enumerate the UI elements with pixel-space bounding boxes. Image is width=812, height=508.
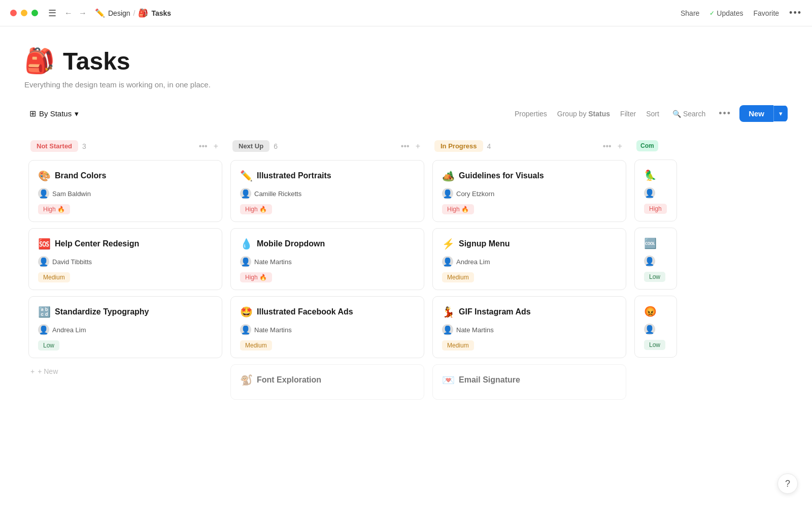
card-meta: 👤	[644, 256, 667, 267]
priority-badge: High	[644, 204, 667, 214]
card-emoji: 💧	[240, 238, 253, 250]
card-title: Email Signature	[459, 375, 520, 385]
card-emoji: 🎨	[38, 170, 51, 182]
card-illustrated-facebook-ads[interactable]: 🤩 Illustrated Facebook Ads 👤 Nate Martin…	[230, 296, 424, 358]
card-meta: 👤 Sam Baldwin	[38, 188, 213, 199]
card-title-row: 🆒	[644, 237, 667, 249]
column-actions-not-started: ••• +	[197, 141, 220, 152]
avatar: 👤	[38, 188, 49, 199]
column-actions-next-up: ••• +	[399, 141, 422, 152]
breadcrumb-current[interactable]: Tasks	[151, 9, 171, 17]
card-help-center-redesign[interactable]: 🆘 Help Center Redesign 👤 David Tibbitts …	[28, 228, 222, 290]
page-title-row: 🎒 Tasks	[24, 47, 788, 75]
card-emoji: 💃	[442, 306, 455, 318]
priority-badge: High 🔥	[38, 204, 70, 214]
priority-badge: Medium	[442, 272, 474, 282]
card-mobile-dropdown[interactable]: 💧 Mobile Dropdown 👤 Nate Martins High 🔥	[230, 228, 424, 290]
column-more-next-up[interactable]: •••	[399, 141, 412, 152]
card-meta: 👤 Nate Martins	[442, 324, 617, 335]
card-complete-2[interactable]: 🆒 👤 Low	[634, 228, 677, 290]
maximize-button[interactable]	[31, 10, 38, 16]
column-add-next-up[interactable]: +	[414, 141, 422, 152]
card-emoji: 🦜	[644, 169, 657, 181]
card-title-row: 🆘 Help Center Redesign	[38, 238, 213, 250]
status-badge-next-up: Next Up	[232, 140, 269, 152]
card-meta: 👤 David Tibbitts	[38, 256, 213, 267]
card-title: Illustrated Facebook Ads	[257, 307, 353, 316]
column-count-not-started: 3	[82, 142, 86, 150]
breadcrumb-parent[interactable]: Design	[108, 9, 130, 17]
breadcrumb: ✏️ Design / 🎒 Tasks	[95, 8, 171, 18]
card-email-signature[interactable]: 💌 Email Signature	[432, 364, 626, 400]
updates-button[interactable]: ✓ Updates	[709, 9, 743, 17]
assignee-name: David Tibbitts	[52, 258, 92, 266]
view-selector[interactable]: ⊞ By Status ▾	[24, 106, 84, 121]
page-title: Tasks	[63, 47, 130, 75]
properties-button[interactable]: Properties	[515, 110, 547, 118]
card-guidelines-for-visuals[interactable]: 🏕️ Guidelines for Visuals 👤 Cory Etzkorn…	[432, 160, 626, 222]
forward-button[interactable]: →	[77, 8, 89, 19]
view-label: By Status	[39, 109, 72, 118]
card-title: Standardize Typography	[55, 307, 149, 316]
card-title-row: 💃 GIF Instagram Ads	[442, 306, 617, 318]
card-complete-3[interactable]: 😡 👤 Low	[634, 296, 677, 358]
card-illustrated-portraits[interactable]: ✏️ Illustrated Portraits 👤 Camille Ricke…	[230, 160, 424, 222]
priority-badge: Low	[38, 340, 59, 351]
kanban-board: Not Started 3 ••• + 🎨 Brand Colors 👤 Sam…	[24, 140, 788, 406]
card-emoji: 💌	[442, 374, 455, 386]
titlebar-right: Share ✓ Updates Favorite •••	[681, 8, 802, 18]
titlebar: ☰ ← → ✏️ Design / 🎒 Tasks Share ✓ Update…	[0, 0, 812, 26]
close-button[interactable]	[10, 10, 17, 16]
priority-badge: High 🔥	[240, 272, 272, 282]
card-title-row: 🦜	[644, 169, 667, 181]
sidebar-toggle[interactable]: ☰	[48, 8, 56, 19]
card-standardize-typography[interactable]: 🔡 Standardize Typography 👤 Andrea Lim Lo…	[28, 296, 222, 358]
group-by-button[interactable]: Group by Status	[557, 110, 610, 118]
minimize-button[interactable]	[21, 10, 27, 16]
new-main-button[interactable]: New	[739, 105, 773, 122]
assignee-name: Camille Ricketts	[254, 190, 301, 198]
card-meta: 👤 Nate Martins	[240, 256, 415, 267]
help-button[interactable]: ?	[777, 473, 798, 494]
card-font-exploration[interactable]: 🐒 Font Exploration	[230, 364, 424, 400]
column-complete: Com 🦜 👤 High 🆒 👤 Low	[630, 140, 681, 406]
assignee-name: Nate Martins	[456, 326, 494, 334]
add-new-not-started[interactable]: + + New	[28, 364, 222, 378]
card-title-row: ✏️ Illustrated Portraits	[240, 170, 415, 182]
priority-badge: Medium	[442, 340, 474, 351]
card-meta: 👤 Andrea Lim	[38, 324, 213, 335]
card-signup-menu[interactable]: ⚡ Signup Menu 👤 Andrea Lim Medium	[432, 228, 626, 290]
card-emoji: 🆒	[644, 237, 657, 249]
card-title: Font Exploration	[257, 375, 321, 385]
column-add-not-started[interactable]: +	[212, 141, 220, 152]
avatar: 👤	[442, 256, 453, 267]
priority-badge: Medium	[38, 272, 70, 282]
plus-icon: +	[30, 367, 35, 375]
more-toolbar-options[interactable]: •••	[719, 108, 731, 119]
column-add-in-progress[interactable]: +	[616, 141, 624, 152]
back-button[interactable]: ←	[62, 8, 75, 19]
card-title: Illustrated Portraits	[257, 171, 331, 180]
new-button-group: New ▾	[739, 105, 788, 122]
new-dropdown-button[interactable]: ▾	[773, 106, 788, 121]
card-complete-1[interactable]: 🦜 👤 High	[634, 160, 677, 221]
card-gif-instagram-ads[interactable]: 💃 GIF Instagram Ads 👤 Nate Martins Mediu…	[432, 296, 626, 358]
column-more-not-started[interactable]: •••	[197, 141, 210, 152]
column-more-in-progress[interactable]: •••	[601, 141, 614, 152]
avatar: 👤	[240, 324, 251, 335]
card-title: GIF Instagram Ads	[459, 307, 531, 316]
more-options-button[interactable]: •••	[789, 8, 802, 18]
column-count-in-progress: 4	[487, 142, 491, 150]
sort-button[interactable]: Sort	[646, 110, 659, 118]
card-meta: 👤	[644, 324, 667, 335]
column-header-not-started: Not Started 3 ••• +	[28, 140, 222, 152]
card-title-row: 🎨 Brand Colors	[38, 170, 213, 182]
card-title-row: ⚡ Signup Menu	[442, 238, 617, 250]
avatar: 👤	[442, 324, 453, 335]
card-brand-colors[interactable]: 🎨 Brand Colors 👤 Sam Baldwin High 🔥	[28, 160, 222, 222]
share-button[interactable]: Share	[681, 9, 699, 17]
search-button[interactable]: 🔍 Search	[669, 108, 708, 120]
favorite-button[interactable]: Favorite	[754, 9, 780, 17]
question-mark-icon: ?	[785, 479, 790, 489]
filter-button[interactable]: Filter	[620, 110, 636, 118]
